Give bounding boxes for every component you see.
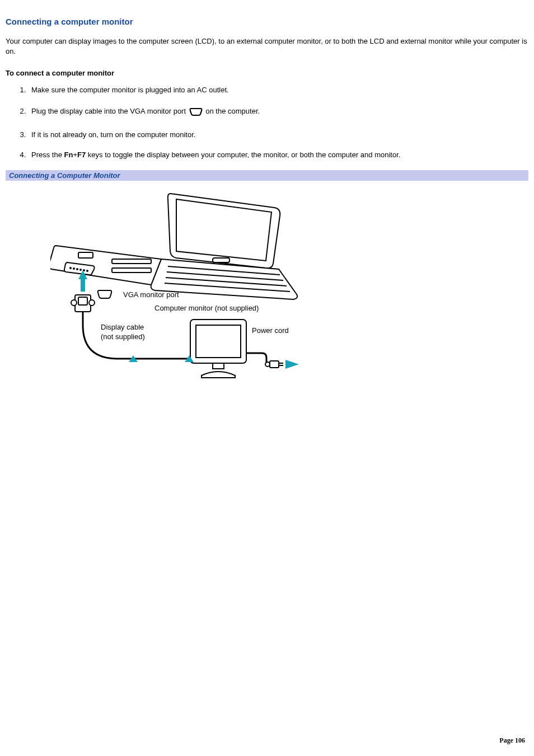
step-3-text: If it is not already on, turn on the com… [31,130,195,139]
steps-list: Make sure the computer monitor is plugge… [6,85,528,160]
svg-point-11 [80,269,81,270]
page-footer: Page 106 [499,736,525,745]
label-vga-port: VGA monitor port [123,290,179,299]
power-cord-illustration [246,353,266,364]
label-monitor-not-supplied: Computer monitor (not supplied) [154,304,259,312]
svg-point-9 [73,268,74,269]
svg-rect-22 [213,363,224,369]
power-plug [265,361,283,368]
label-power-cord: Power cord [252,326,289,335]
step-4-key1: Fn [64,151,73,159]
intro-paragraph: Your computer can display images to the … [6,36,528,57]
step-4-text-a: Press the [31,151,64,159]
label-display-cable-line1: Display cable [101,323,144,331]
step-2-text-b: on the computer. [205,107,260,115]
svg-rect-21 [196,325,241,358]
external-monitor-illustration [190,320,246,378]
svg-rect-0 [213,258,229,262]
step-2-text-a: Plug the display cable into the VGA moni… [31,107,188,115]
svg-rect-6 [112,268,151,273]
svg-point-26 [265,362,270,367]
svg-point-8 [70,267,71,269]
step-4-plus: + [73,151,77,159]
vga-symbol-icon [98,290,112,298]
page-title: Connecting a computer monitor [6,17,528,26]
step-1: Make sure the computer monitor is plugge… [28,85,528,95]
svg-point-12 [83,270,85,271]
figure-caption: Connecting a Computer Monitor [6,170,528,181]
svg-point-10 [77,269,78,270]
step-3: If it is not already on, turn on the com… [28,130,528,140]
procedure-subhead: To connect a computer monitor [6,69,528,77]
svg-point-19 [89,300,95,306]
label-display-cable-line2: (not supplied) [101,332,145,341]
svg-point-13 [87,270,88,271]
step-4-text-b: keys to toggle the display between your … [86,151,400,159]
connection-diagram: VGA monitor port Display cable (not supp… [50,185,341,392]
step-1-text: Make sure the computer monitor is plugge… [31,86,229,94]
svg-rect-17 [78,297,87,305]
svg-rect-15 [81,279,85,292]
svg-rect-5 [112,259,151,264]
power-arrow [285,360,299,369]
vga-port-icon [189,106,203,120]
svg-rect-23 [270,361,279,368]
svg-point-18 [71,300,77,306]
step-4-key2: F7 [77,151,86,159]
laptop-illustration [50,194,297,299]
figure-area: VGA monitor port Display cable (not supp… [6,181,534,394]
step-2: Plug the display cable into the VGA moni… [28,106,528,120]
step-4: Press the Fn+F7 keys to toggle the displ… [28,150,528,160]
svg-rect-7 [78,252,93,258]
